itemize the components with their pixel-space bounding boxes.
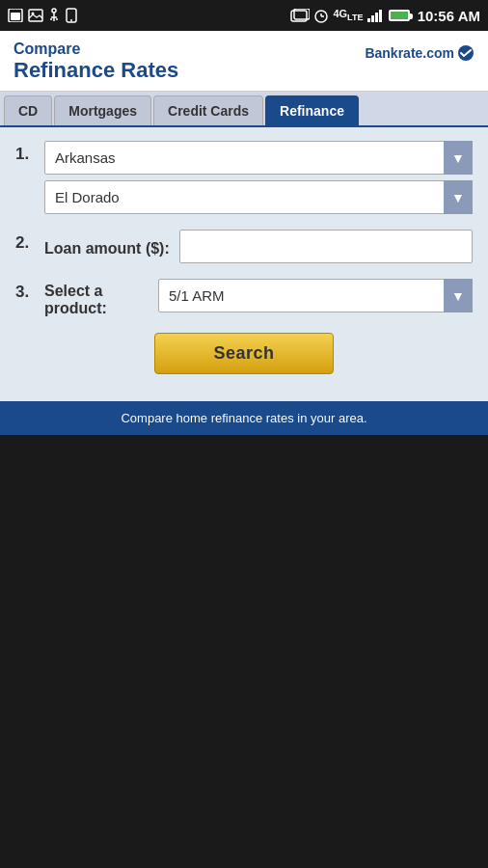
tabs-bar: CD Mortgages Credit Cards Refinance xyxy=(0,92,488,127)
search-button-row: Search xyxy=(15,333,473,374)
product-label: Select a product: xyxy=(44,279,150,317)
status-bar: 4GLTE 10:56 AM xyxy=(0,0,488,31)
step3-row: 3. Select a product: 5/1 ARM 30 Year Fix… xyxy=(15,279,473,317)
header-title-block: Compare Refinance Rates xyxy=(14,41,178,83)
svg-rect-17 xyxy=(371,15,374,22)
tab-mortgages[interactable]: Mortgages xyxy=(54,95,151,125)
product-dropdown[interactable]: 5/1 ARM 30 Year Fixed 15 Year Fixed 10 Y… xyxy=(158,279,473,312)
step1-fields: Arkansas Alabama Alaska California Color… xyxy=(44,141,473,214)
tab-credit-cards[interactable]: Credit Cards xyxy=(153,95,263,125)
step2-number: 2. xyxy=(15,230,44,253)
phone-icon xyxy=(65,8,78,23)
footer-text: Compare home refinance rates in your are… xyxy=(121,411,366,425)
step3-content: Select a product: 5/1 ARM 30 Year Fixed … xyxy=(44,279,473,317)
image-icon xyxy=(28,9,43,22)
svg-rect-18 xyxy=(375,13,378,22)
alarm-icon xyxy=(313,8,329,23)
app-header: Compare Refinance Rates Bankrate.com xyxy=(0,31,488,92)
state-dropdown[interactable]: Arkansas Alabama Alaska California Color… xyxy=(44,141,473,175)
svg-point-8 xyxy=(56,18,58,20)
svg-rect-2 xyxy=(29,10,42,21)
city-dropdown-wrap: El Dorado Little Rock Fayetteville Fort … xyxy=(44,180,473,214)
footer-bar: Compare home refinance rates in your are… xyxy=(0,401,488,435)
step1-number: 1. xyxy=(15,141,44,164)
svg-rect-19 xyxy=(379,10,382,22)
bankrate-checkmark-icon xyxy=(457,44,474,62)
step2-content: Loan amount ($): xyxy=(44,230,473,263)
sim-icon xyxy=(8,9,23,22)
svg-rect-16 xyxy=(367,18,370,22)
time-display: 10:56 AM xyxy=(418,8,480,24)
svg-rect-1 xyxy=(11,13,20,20)
network-type: 4GLTE xyxy=(333,8,363,22)
bankrate-logo-text: Bankrate.com xyxy=(365,45,454,61)
product-dropdown-wrap: 5/1 ARM 30 Year Fixed 15 Year Fixed 10 Y… xyxy=(158,279,473,312)
city-dropdown[interactable]: El Dorado Little Rock Fayetteville Fort … xyxy=(44,180,473,214)
tab-refinance[interactable]: Refinance xyxy=(265,95,359,125)
status-right-icons: 4GLTE 10:56 AM xyxy=(290,8,480,24)
step2-row: 2. Loan amount ($): xyxy=(15,230,473,263)
usb-icon xyxy=(48,8,60,23)
svg-point-10 xyxy=(70,19,72,21)
header-subtitle: Refinance Rates xyxy=(14,58,178,83)
svg-point-4 xyxy=(52,9,56,13)
loan-amount-input[interactable] xyxy=(179,230,473,263)
header-compare: Compare xyxy=(14,41,178,58)
step1-row: 1. Arkansas Alabama Alaska California Co… xyxy=(15,141,473,214)
step3-number: 3. xyxy=(15,279,44,302)
form-area: 1. Arkansas Alabama Alaska California Co… xyxy=(0,127,488,401)
battery-icon xyxy=(389,10,410,21)
svg-point-7 xyxy=(50,18,52,20)
search-button[interactable]: Search xyxy=(154,333,333,374)
loan-amount-label: Loan amount ($): xyxy=(44,236,170,258)
tab-cd[interactable]: CD xyxy=(4,95,52,125)
state-dropdown-wrap: Arkansas Alabama Alaska California Color… xyxy=(44,141,473,175)
status-left-icons xyxy=(8,8,78,23)
bankrate-logo: Bankrate.com xyxy=(365,44,474,62)
signal-icon xyxy=(367,9,385,22)
cards-icon xyxy=(290,9,310,22)
